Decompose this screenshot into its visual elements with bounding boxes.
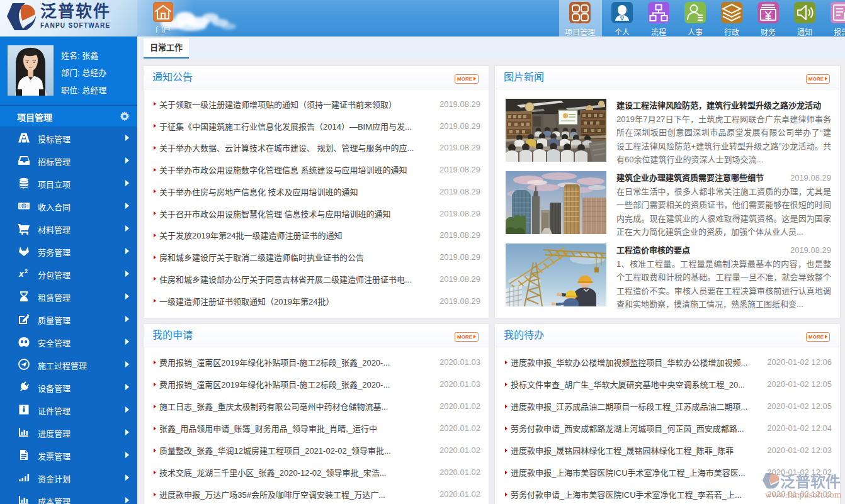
svg-text:www.fanpusoft.com: www.fanpusoft.com — [765, 490, 842, 500]
svg-text:2: 2 — [25, 268, 28, 274]
svg-text:x: x — [18, 269, 25, 279]
svg-text:泛普软件: 泛普软件 — [780, 473, 841, 490]
